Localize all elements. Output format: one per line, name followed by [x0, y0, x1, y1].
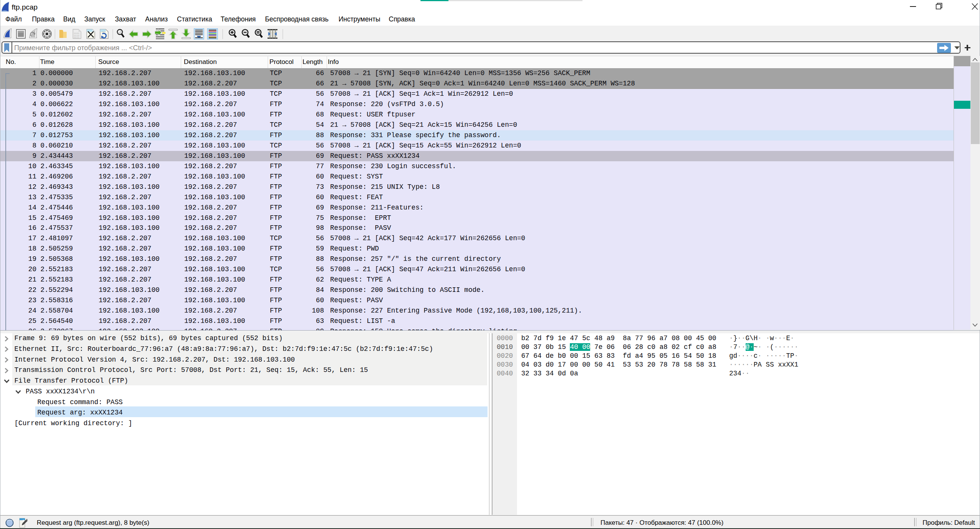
svg-text:0111: 0111	[74, 36, 80, 39]
